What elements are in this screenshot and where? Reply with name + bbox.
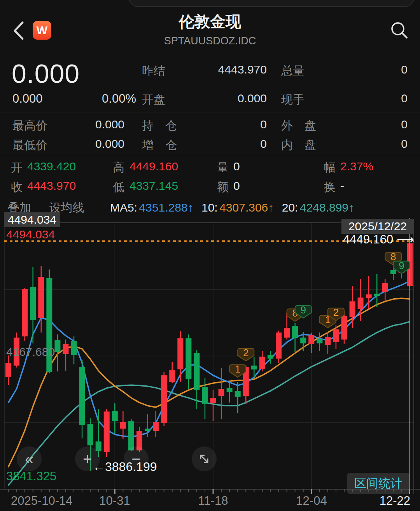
candle bbox=[292, 326, 298, 338]
candle bbox=[341, 316, 347, 340]
crosshair-price-tooltip: 4494.034 bbox=[4, 212, 60, 227]
plus-icon: + bbox=[83, 451, 92, 467]
x-axis-label: 12-04 bbox=[296, 494, 327, 508]
candle bbox=[104, 411, 110, 452]
candle bbox=[374, 294, 380, 296]
svg-text:9: 9 bbox=[399, 260, 404, 271]
candle bbox=[63, 344, 68, 354]
svg-text:1: 1 bbox=[235, 363, 240, 375]
candle bbox=[88, 424, 93, 445]
candle bbox=[350, 301, 355, 317]
candle bbox=[22, 289, 28, 336]
candle bbox=[227, 388, 233, 392]
candle bbox=[202, 387, 208, 404]
range-stats-button[interactable]: 区间统计 bbox=[347, 473, 410, 494]
candle bbox=[390, 270, 396, 274]
candle bbox=[366, 294, 372, 298]
candle bbox=[169, 370, 175, 382]
candle bbox=[308, 335, 314, 344]
candle bbox=[219, 389, 224, 396]
candle bbox=[325, 337, 331, 345]
candle bbox=[186, 338, 191, 379]
candle bbox=[300, 338, 306, 343]
kline-chart[interactable]: 12891289 bbox=[0, 0, 420, 511]
fullscreen-button[interactable] bbox=[192, 446, 217, 471]
rewind-button[interactable]: « bbox=[17, 446, 42, 471]
y-axis-max-label: 4494.034 bbox=[6, 228, 55, 241]
candle bbox=[120, 422, 126, 429]
candle bbox=[268, 355, 273, 359]
x-axis-label: 2025-10-14 bbox=[11, 494, 73, 508]
rewind-icon: « bbox=[25, 451, 33, 467]
zoom-out-button[interactable]: − bbox=[124, 446, 149, 471]
candle bbox=[79, 367, 85, 425]
svg-text:9: 9 bbox=[300, 304, 306, 316]
candle bbox=[38, 277, 44, 318]
x-axis-label: 10-31 bbox=[99, 494, 130, 508]
candle bbox=[54, 340, 60, 352]
candle bbox=[71, 341, 77, 355]
candle bbox=[112, 411, 118, 421]
candle bbox=[161, 375, 167, 423]
x-axis-label: 12-22 bbox=[380, 494, 410, 508]
y-axis-min-label: 3841.325 bbox=[6, 469, 56, 483]
expand-icon bbox=[198, 452, 211, 466]
candle bbox=[5, 363, 11, 377]
crosshair-date-tooltip: 2025/12/22 bbox=[341, 219, 414, 234]
candle bbox=[251, 366, 257, 369]
candle bbox=[194, 353, 200, 390]
minus-icon: − bbox=[131, 451, 140, 467]
candle bbox=[358, 298, 364, 309]
candle bbox=[276, 332, 282, 359]
x-axis-label: 11-18 bbox=[198, 494, 228, 508]
zoom-in-button[interactable]: + bbox=[75, 446, 100, 471]
svg-text:2: 2 bbox=[243, 347, 248, 359]
candle bbox=[210, 398, 216, 403]
last-price-line-label: 4449.160 ⟶ bbox=[343, 232, 414, 247]
candle bbox=[235, 391, 241, 397]
candle bbox=[128, 421, 134, 450]
candle bbox=[96, 441, 102, 451]
candle bbox=[317, 339, 322, 343]
candle bbox=[284, 328, 290, 338]
candle bbox=[382, 283, 388, 292]
candle bbox=[30, 287, 36, 320]
candle bbox=[259, 357, 265, 369]
candle bbox=[177, 338, 183, 369]
svg-text:2: 2 bbox=[333, 306, 339, 318]
candle bbox=[333, 329, 339, 342]
y-axis-mid-label: 4167.680 bbox=[6, 345, 55, 359]
candle bbox=[145, 429, 150, 431]
candle bbox=[153, 422, 159, 431]
